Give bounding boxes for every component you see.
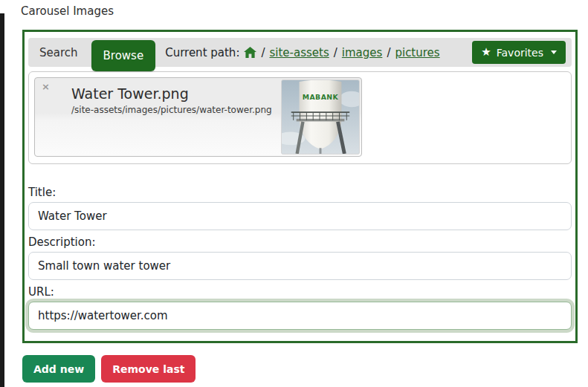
favorites-label: Favorites (497, 47, 543, 59)
breadcrumb-separator: / (387, 46, 390, 59)
thumbnail-text: MABANK (303, 93, 339, 101)
breadcrumb-link-site-assets[interactable]: site-assets (270, 46, 329, 59)
home-icon[interactable] (244, 47, 256, 58)
carousel-images-panel: Search Browse Current path: / site-asset… (22, 30, 578, 343)
file-name: Water Tower.png (71, 85, 189, 102)
remove-file-icon[interactable]: × (42, 82, 50, 91)
selected-files-strip: × Water Tower.png /site-assets/images/pi… (28, 71, 572, 164)
url-label: URL: (28, 285, 572, 299)
selected-file-card[interactable]: × Water Tower.png /site-assets/images/pi… (34, 77, 362, 157)
breadcrumb: Current path: / site-assets / images / p… (165, 46, 439, 59)
title-input[interactable] (28, 202, 572, 230)
add-new-button[interactable]: Add new (22, 355, 95, 383)
description-label: Description: (28, 235, 572, 249)
current-path-label: Current path: (165, 46, 239, 59)
star-icon: ★ (481, 47, 491, 58)
breadcrumb-link-pictures[interactable]: pictures (395, 46, 439, 59)
file-browser-toolbar: Search Browse Current path: / site-asset… (28, 38, 572, 67)
breadcrumb-link-images[interactable]: images (342, 46, 383, 59)
file-path: /site-assets/images/pictures/water-tower… (71, 105, 272, 115)
remove-last-button[interactable]: Remove last (101, 355, 196, 383)
description-input[interactable] (28, 252, 572, 280)
caret-down-icon (551, 51, 557, 54)
action-buttons: Add new Remove last (22, 355, 196, 383)
file-thumbnail-water-tower: MABANK (281, 79, 360, 155)
url-input[interactable] (28, 302, 572, 330)
page-title: Carousel Images (21, 4, 114, 18)
title-label: Title: (28, 186, 572, 199)
window-edge-strip (0, 13, 4, 387)
breadcrumb-separator: / (334, 46, 337, 59)
breadcrumb-separator: / (261, 46, 265, 59)
tab-browse[interactable]: Browse (91, 40, 156, 71)
tab-search[interactable]: Search (31, 46, 86, 59)
favorites-dropdown-button[interactable]: ★ Favorites (472, 41, 566, 64)
